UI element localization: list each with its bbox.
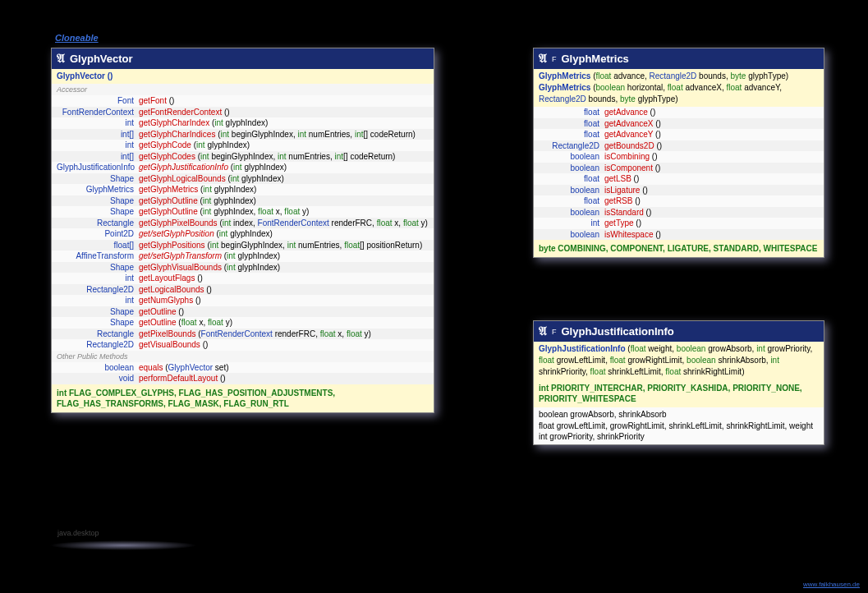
method-signature: isCombining () — [604, 151, 819, 163]
return-type: float — [539, 129, 604, 140]
return-type: Shape — [57, 306, 139, 318]
method-row: floatgetAdvanceX () — [534, 118, 824, 130]
return-type: float — [539, 195, 604, 207]
method-signature: isLigature () — [604, 185, 819, 196]
package-symbol-icon: 𝔄 — [57, 509, 68, 527]
return-type: AffineTransform — [57, 251, 139, 262]
method-signature: getAdvanceY () — [604, 129, 819, 140]
method-signature: getGlyphOutline (int glyphIndex) — [139, 195, 429, 207]
constructor-section: GlyphMetrics (float advance, Rectangle2D… — [534, 69, 824, 107]
class-title: GlyphVector — [70, 53, 133, 65]
return-type: int[] — [57, 151, 139, 163]
class-glyphvector: 𝔄 GlyphVector GlyphVector () Accessor Fo… — [51, 48, 434, 413]
return-type: float[] — [57, 240, 139, 251]
method-row: booleanisLigature () — [534, 185, 824, 196]
method-row: GlyphMetricsgetGlyphMetrics (int glyphIn… — [52, 184, 434, 195]
interface-cloneable-label[interactable]: Cloneable — [55, 33, 99, 43]
method-signature: getLayoutFlags () — [139, 273, 429, 284]
fields-section: boolean growAbsorb, shrinkAbsorbfloat gr… — [534, 407, 824, 444]
return-type: float — [539, 107, 604, 118]
group-other-label: Other Public Methods — [52, 351, 434, 362]
field-line: float growLeftLimit, growRightLimit, shr… — [539, 421, 819, 432]
method-signature: getRSB () — [604, 195, 819, 207]
method-signature: getGlyphCode (int glyphIndex) — [139, 140, 429, 151]
method-signature: getGlyphPositions (int beginGlyphIndex, … — [139, 240, 429, 251]
method-row: GlyphJustificationInfogetGlyphJustificat… — [52, 162, 434, 173]
class-glyphmetrics: 𝔄 F GlyphMetrics GlyphMetrics (float adv… — [533, 48, 824, 258]
method-row: floatgetLSB () — [534, 173, 824, 185]
return-type: int — [539, 218, 604, 229]
return-type: Point2D — [57, 228, 139, 240]
method-row: ShapegetOutline () — [52, 306, 434, 318]
method-row: ShapegetOutline (float x, float y) — [52, 317, 434, 329]
method-row: ShapegetGlyphOutline (int glyphIndex, fl… — [52, 206, 434, 218]
field-line: boolean growAbsorb, shrinkAbsorb — [539, 409, 819, 421]
class-header-glyphvector: 𝔄 GlyphVector — [52, 48, 434, 69]
method-row: intgetType () — [534, 218, 824, 229]
constructor-section: GlyphVector () — [52, 69, 434, 84]
constants-gji: int PRIORITY_INTERCHAR, PRIORITY_KASHIDA… — [534, 379, 824, 407]
method-signature: getGlyphCodes (int beginGlyphIndex, int … — [139, 151, 429, 163]
constructor-section: GlyphJustificationInfo (float weight, bo… — [534, 342, 824, 379]
method-signature: get/setGlyphPosition (int glyphIndex) — [139, 228, 429, 240]
method-row: RectanglegetPixelBounds (FontRenderConte… — [52, 329, 434, 340]
method-signature: isWhitespace () — [604, 229, 819, 241]
return-type: Rectangle2D — [57, 339, 139, 351]
method-signature: getGlyphCharIndices (int beginGlyphIndex… — [139, 129, 429, 140]
package-module: java.desktop — [57, 529, 99, 537]
method-signature: getGlyphVisualBounds (int glyphIndex) — [139, 262, 429, 274]
method-row: intgetGlyphCharIndex (int glyphIndex) — [52, 117, 434, 129]
method-row: floatgetAdvance () — [534, 107, 824, 118]
constructor: GlyphMetrics (float advance, Rectangle2D… — [539, 71, 819, 82]
method-signature: getFont () — [139, 95, 429, 107]
method-signature: getGlyphPixelBounds (int index, FontRend… — [139, 218, 429, 229]
method-row: Rectangle2DgetBounds2D () — [534, 140, 824, 152]
method-row: booleanisWhitespace () — [534, 229, 824, 241]
method-row: floatgetAdvanceY () — [534, 129, 824, 140]
method-signature: isStandard () — [604, 207, 819, 218]
method-signature: getGlyphMetrics (int glyphIndex) — [139, 184, 429, 195]
return-type: boolean — [539, 163, 604, 174]
return-type: int — [57, 117, 139, 129]
method-row: Rectangle2DgetVisualBounds () — [52, 339, 434, 351]
method-signature: getType () — [604, 218, 819, 229]
method-signature: getLogicalBounds () — [139, 284, 429, 296]
method-signature: getOutline () — [139, 306, 429, 318]
return-type: boolean — [539, 207, 604, 218]
method-signature: getGlyphCharIndex (int glyphIndex) — [139, 117, 429, 129]
constants-glyphmetrics: byte COMBINING, COMPONENT, LIGATURE, STA… — [534, 240, 824, 257]
method-signature: equals (GlyphVector set) — [139, 362, 429, 374]
method-row: intgetLayoutFlags () — [52, 273, 434, 284]
method-signature: get/setGlyphTransform (int glyphIndex) — [139, 251, 429, 262]
return-type: float — [539, 118, 604, 130]
methods-section: Accessor FontgetFont ()FontRenderContext… — [52, 84, 434, 384]
footer-link[interactable]: www.falkhausen.de — [803, 581, 860, 588]
class-symbol-icon: 𝔄 — [539, 324, 547, 338]
method-signature: getAdvanceX () — [604, 118, 819, 130]
method-row: float[]getGlyphPositions (int beginGlyph… — [52, 240, 434, 251]
method-signature: getPixelBounds (FontRenderContext render… — [139, 329, 429, 340]
class-glyphjustificationinfo: 𝔄 F GlyphJustificationInfo GlyphJustific… — [533, 320, 824, 445]
method-row: intgetNumGlyphs () — [52, 295, 434, 306]
return-type: Font — [57, 95, 139, 107]
class-modifier: F — [552, 328, 557, 336]
method-row: FontRenderContextgetFontRenderContext () — [52, 107, 434, 118]
method-signature: getOutline (float x, float y) — [139, 317, 429, 329]
method-row: booleanisCombining () — [534, 151, 824, 163]
class-modifier: F — [552, 55, 557, 63]
field-line: int growPriority, shrinkPriority — [539, 431, 819, 443]
method-row: ShapegetGlyphOutline (int glyphIndex) — [52, 195, 434, 207]
method-row: intgetGlyphCode (int glyphIndex) — [52, 140, 434, 151]
constructor-glyphvector: GlyphVector () — [57, 71, 113, 80]
return-type: Rectangle — [57, 329, 139, 340]
method-signature: getNumGlyphs () — [139, 295, 429, 306]
constructor: GlyphJustificationInfo (float weight, bo… — [539, 343, 819, 378]
method-row: booleanisComponent () — [534, 163, 824, 174]
package-label: 𝔄 java.awt.font java.desktop — [57, 509, 160, 537]
method-row: ShapegetGlyphVisualBounds (int glyphInde… — [52, 262, 434, 274]
return-type: Rectangle2D — [57, 284, 139, 296]
return-type: void — [57, 373, 139, 384]
return-type: GlyphJustificationInfo — [57, 162, 139, 173]
method-signature: getVisualBounds () — [139, 339, 429, 351]
return-type: Rectangle — [57, 218, 139, 229]
